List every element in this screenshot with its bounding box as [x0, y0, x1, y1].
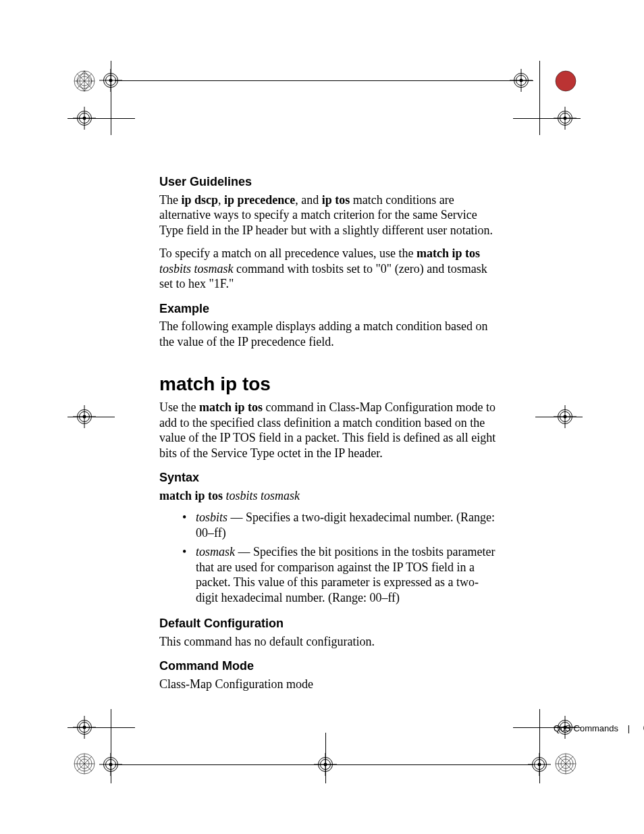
crop-line [115, 764, 533, 765]
paragraph: This command has no default configuratio… [159, 634, 497, 650]
crop-line [535, 417, 583, 417]
svg-line-9 [77, 81, 84, 91]
page: User Guidelines The ip dscp, ip preceden… [0, 0, 644, 834]
crop-line [115, 80, 533, 81]
heading-syntax: Syntax [159, 470, 497, 486]
crop-line [539, 709, 540, 783]
paragraph: The following example displays adding a … [159, 319, 497, 349]
registration-ornament-icon [555, 70, 576, 92]
heading-default-configuration: Default Configuration [159, 616, 497, 631]
syntax-line: match ip tos tosbits tosmask [159, 488, 497, 504]
paragraph: The ip dscp, ip precedence, and ip tos m… [159, 192, 497, 238]
paragraph: To specify a match on all precedence val… [159, 246, 497, 292]
heading-match-ip-tos: match ip tos [159, 372, 497, 396]
svg-line-8 [84, 81, 92, 91]
page-footer: QoS Commands | 623 [159, 723, 644, 735]
list-item: tosbits — Specifies a two-digit hexadeci… [159, 510, 497, 540]
crop-line [68, 118, 135, 119]
syntax-bullet-list: tosbits — Specifies a two-digit hexadeci… [159, 510, 497, 605]
heading-user-guidelines: User Guidelines [159, 174, 497, 190]
heading-example: Example [159, 301, 497, 317]
crop-line [111, 709, 111, 783]
crop-line [325, 733, 326, 783]
footer-section: QoS Commands [554, 723, 618, 733]
paragraph: Class-Map Configuration mode [159, 677, 497, 692]
registration-ornament-icon [74, 753, 95, 775]
svg-line-7 [84, 71, 92, 81]
paragraph: Use the match ip tos command in Class-Ma… [159, 400, 497, 461]
heading-command-mode: Command Mode [159, 658, 497, 674]
list-item: tosmask — Specifies the bit positions in… [159, 544, 497, 605]
svg-line-10 [77, 71, 84, 81]
crop-line [111, 61, 111, 135]
svg-point-11 [556, 71, 576, 91]
crop-line [68, 417, 115, 417]
crop-line [513, 118, 581, 119]
page-content: User Guidelines The ip dscp, ip preceden… [159, 174, 497, 700]
crop-line [68, 727, 135, 728]
registration-ornament-icon [74, 70, 95, 92]
crop-line [539, 61, 540, 135]
footer-separator: | [628, 723, 630, 733]
registration-ornament-icon [555, 753, 576, 775]
